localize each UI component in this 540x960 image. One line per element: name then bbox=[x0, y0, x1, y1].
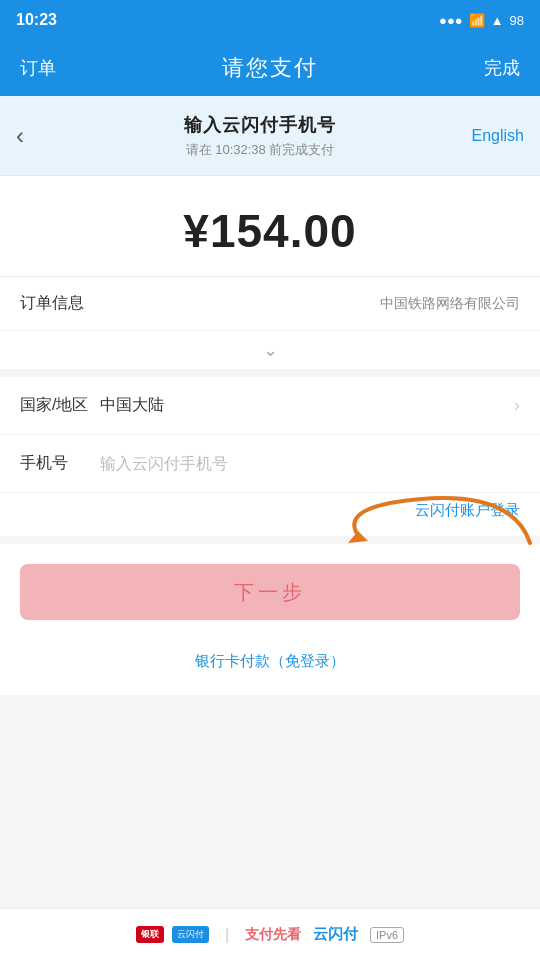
order-info-value: 中国铁路网络有限公司 bbox=[380, 295, 520, 313]
sub-header-subtitle: 请在 10:32:38 前完成支付 bbox=[56, 141, 464, 159]
next-btn-section: 下一步 bbox=[0, 544, 540, 636]
phone-row: 手机号 bbox=[0, 435, 540, 493]
sub-header-center: 输入云闪付手机号 请在 10:32:38 前完成支付 bbox=[56, 113, 464, 159]
order-info-label: 订单信息 bbox=[20, 293, 84, 314]
login-link-area: 云闪付账户登录 bbox=[0, 493, 540, 544]
chevron-down-icon: ⌄ bbox=[263, 339, 278, 361]
wifi-icon: ▲ bbox=[491, 13, 504, 28]
order-info-row: 订单信息 中国铁路网络有限公司 bbox=[0, 277, 540, 331]
bank-card-link[interactable]: 银行卡付款（免登录） bbox=[195, 652, 345, 669]
bank-link-section: 银行卡付款（免登录） bbox=[0, 636, 540, 703]
payment-amount: ¥154.00 bbox=[20, 204, 520, 258]
country-row[interactable]: 国家/地区 中国大陆 › bbox=[0, 377, 540, 435]
footer-slogan: 支付先看 bbox=[245, 926, 301, 944]
footer-logos: 银联 云闪付 bbox=[136, 926, 209, 943]
yunpay-login-link[interactable]: 云闪付账户登录 bbox=[415, 501, 520, 520]
status-time: 10:23 bbox=[16, 11, 57, 29]
footer: 银联 云闪付 | 支付先看 云闪付 IPv6 bbox=[0, 908, 540, 960]
status-icons: ●●● 📶 ▲ 98 bbox=[439, 13, 524, 28]
country-arrow-icon: › bbox=[514, 395, 520, 416]
form-section: 国家/地区 中国大陆 › 手机号 bbox=[0, 377, 540, 493]
phone-label: 手机号 bbox=[20, 453, 100, 474]
back-button[interactable]: ‹ bbox=[16, 122, 56, 150]
spacer bbox=[0, 703, 540, 823]
battery-icon: 98 bbox=[510, 13, 524, 28]
phone-input[interactable] bbox=[100, 455, 520, 473]
nav-done-button[interactable]: 完成 bbox=[460, 56, 520, 80]
ipv6-badge: IPv6 bbox=[370, 927, 404, 943]
next-step-button[interactable]: 下一步 bbox=[20, 564, 520, 620]
status-bar: 10:23 ●●● 📶 ▲ 98 bbox=[0, 0, 540, 40]
sub-header: ‹ 输入云闪付手机号 请在 10:32:38 前完成支付 English bbox=[0, 96, 540, 176]
nav-title: 请您支付 bbox=[222, 53, 318, 83]
nav-order-button[interactable]: 订单 bbox=[20, 56, 80, 80]
sim-icon: 📶 bbox=[469, 13, 485, 28]
amount-section: ¥154.00 bbox=[0, 176, 540, 277]
unionpay-logo: 银联 bbox=[136, 926, 164, 943]
top-nav: 订单 请您支付 完成 bbox=[0, 40, 540, 96]
signal-icon: ●●● bbox=[439, 13, 463, 28]
svg-marker-0 bbox=[348, 531, 368, 543]
sub-header-title: 输入云闪付手机号 bbox=[56, 113, 464, 137]
country-label: 国家/地区 bbox=[20, 395, 100, 416]
yunshan-logo: 云闪付 bbox=[172, 926, 209, 943]
country-value: 中国大陆 bbox=[100, 395, 514, 416]
language-toggle[interactable]: English bbox=[464, 127, 524, 145]
footer-slogan-main: 云闪付 bbox=[313, 925, 358, 944]
order-expand-button[interactable]: ⌄ bbox=[0, 331, 540, 377]
